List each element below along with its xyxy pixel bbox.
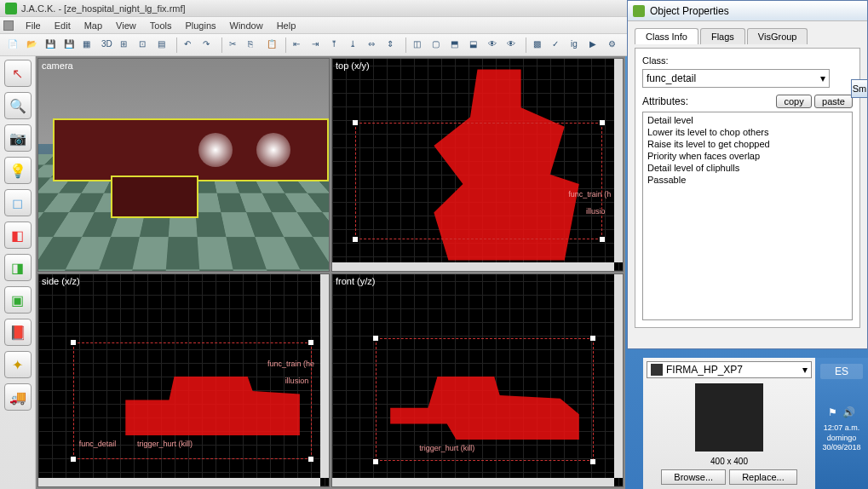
scrollbar-horizontal[interactable] [332, 478, 614, 486]
attributes-list[interactable]: Detail levelLower its level to chop othe… [642, 112, 853, 320]
entity-label: func_train (h [568, 190, 611, 198]
menu-map[interactable]: Map [78, 19, 109, 32]
align-r-button[interactable]: ⇥ [309, 37, 326, 54]
attribute-item[interactable]: Priority when faces overlap [645, 150, 850, 162]
menu-window[interactable]: Window [223, 19, 270, 32]
decal-tool[interactable]: ▣ [4, 286, 32, 314]
select-tool[interactable]: ↖ [4, 60, 32, 87]
options-button[interactable]: ⚙ [606, 37, 623, 54]
3d-button[interactable]: 3D [99, 37, 116, 54]
replace-button[interactable]: Replace... [729, 469, 797, 485]
align-l-icon: ⇤ [293, 39, 305, 51]
align-t-button[interactable]: ⤒ [328, 37, 345, 54]
system-tray: ES ⚑ 🔊 12:07 a.m. domingo 30/09/2018 [815, 358, 868, 489]
scrollbar-vertical[interactable] [320, 274, 329, 478]
redo-button[interactable]: ↷ [200, 37, 217, 54]
texture-thumb-icon [651, 364, 663, 376]
language-indicator[interactable]: ES [820, 364, 863, 379]
camera-tool-icon: 📷 [9, 130, 26, 147]
check-button[interactable]: ✓ [549, 37, 566, 54]
class-label: Class: [642, 55, 853, 66]
cut-button[interactable]: ✂ [227, 37, 244, 54]
snap-button[interactable]: ⊞ [118, 37, 135, 54]
hollow-button[interactable]: ▢ [429, 37, 446, 54]
copy-button[interactable]: ⎘ [245, 37, 262, 54]
block-tool[interactable]: ◻ [4, 189, 32, 216]
undo-button[interactable]: ↶ [181, 37, 198, 54]
ungroup-icon: ⬓ [469, 39, 481, 51]
menu-file[interactable]: File [19, 19, 48, 32]
tab-flags[interactable]: Flags [700, 28, 745, 44]
attribute-item[interactable]: Lower its level to chop others [645, 126, 850, 138]
run-button[interactable]: ▶ [587, 37, 604, 54]
copy-button[interactable]: copy [776, 95, 811, 108]
viewport-top[interactable]: top (x/y) func_train (h illusio [331, 58, 624, 272]
panel-title-bar[interactable]: Object Properties [628, 1, 867, 21]
carve-button[interactable]: ◫ [411, 37, 428, 54]
save-button[interactable]: 💾 [43, 37, 60, 54]
attribute-item[interactable]: Raise its level to get chopped [645, 138, 850, 150]
clock-day: domingo [815, 434, 868, 444]
texture-preview [695, 383, 763, 452]
flip-h-button[interactable]: ⇔ [365, 37, 382, 54]
menu-view[interactable]: View [109, 19, 143, 32]
align-b-button[interactable]: ⤓ [347, 37, 364, 54]
menu-tools[interactable]: Tools [143, 19, 179, 32]
clip-tool-icon: 📕 [9, 325, 26, 341]
undo-icon: ↶ [184, 39, 196, 51]
group-button[interactable]: ⬒ [448, 37, 465, 54]
align-l-button[interactable]: ⇤ [290, 37, 308, 54]
texture-panel: FIRMA_HP_XP7 ▾ 400 x 400 Browse... Repla… [643, 358, 815, 489]
clock-time[interactable]: 12:07 a.m. [815, 423, 868, 434]
tray-volume-icon[interactable]: 🔊 [842, 406, 855, 418]
entity-tool[interactable]: 💡 [4, 157, 32, 184]
menu-plugins[interactable]: Plugins [178, 19, 222, 32]
snap2-button[interactable]: ⊡ [136, 37, 153, 54]
vertex-tool[interactable]: ✦ [4, 351, 32, 378]
tab-visgroup[interactable]: VisGroup [747, 28, 808, 44]
mdi-control-icon[interactable] [3, 20, 14, 31]
texture-dropdown[interactable]: FIRMA_HP_XP7 ▾ [647, 361, 812, 378]
scrollbar-vertical[interactable] [614, 274, 623, 478]
viewport-label-side: side (x/z) [42, 276, 80, 286]
scrollbar-horizontal[interactable] [38, 478, 320, 486]
smartedit-button[interactable]: Sm [851, 79, 868, 98]
camera-tool[interactable]: 📷 [4, 124, 32, 152]
show-icon: 👁 [507, 39, 519, 51]
paste-button[interactable]: paste [814, 95, 853, 108]
class-dropdown[interactable]: func_detail ▾ [642, 69, 830, 88]
tab-class-info[interactable]: Class Info [635, 28, 698, 44]
snap-icon: ⊞ [120, 39, 132, 51]
viewport-camera[interactable]: camera [37, 58, 330, 272]
ungroup-button[interactable]: ⬓ [467, 37, 484, 54]
open-button[interactable]: 📂 [24, 37, 41, 54]
ig-button[interactable]: ig [568, 37, 585, 54]
magnify-tool[interactable]: 🔍 [4, 92, 32, 119]
wireframe-button[interactable]: ▤ [155, 37, 172, 54]
clip-tool[interactable]: 📕 [4, 319, 32, 346]
attribute-item[interactable]: Detail level of cliphulls [645, 162, 850, 174]
save-all-button[interactable]: 💾 [61, 37, 78, 54]
viewport-side[interactable]: side (x/z) func_train (he illusion func_… [37, 273, 330, 487]
texture-button[interactable]: ▩ [531, 37, 548, 54]
attribute-item[interactable]: Passable [645, 174, 850, 186]
flip-v-button[interactable]: ⇕ [384, 37, 401, 54]
menu-help[interactable]: Help [270, 19, 303, 32]
tray-flag-icon[interactable]: ⚑ [828, 406, 837, 418]
align-b-icon: ⤓ [349, 39, 361, 51]
show-button[interactable]: 👁 [504, 37, 521, 54]
path-tool[interactable]: 🚚 [4, 383, 32, 411]
apply-tool[interactable]: ◨ [4, 254, 32, 281]
browse-button[interactable]: Browse... [661, 469, 726, 485]
viewport-front[interactable]: front (y/z) trigger_hurt (kill) [331, 273, 624, 487]
menu-edit[interactable]: Edit [48, 19, 78, 32]
texture-tool[interactable]: ◧ [4, 221, 32, 249]
texture-size: 400 x 400 [647, 457, 812, 466]
scrollbar-vertical[interactable] [614, 59, 623, 262]
grid-button[interactable]: ▦ [80, 37, 97, 54]
new-button[interactable]: 📄 [5, 37, 22, 54]
hide-button[interactable]: 👁 [486, 37, 503, 54]
attribute-item[interactable]: Detail level [645, 114, 850, 126]
scrollbar-horizontal[interactable] [332, 262, 614, 271]
paste-button[interactable]: 📋 [264, 37, 281, 54]
